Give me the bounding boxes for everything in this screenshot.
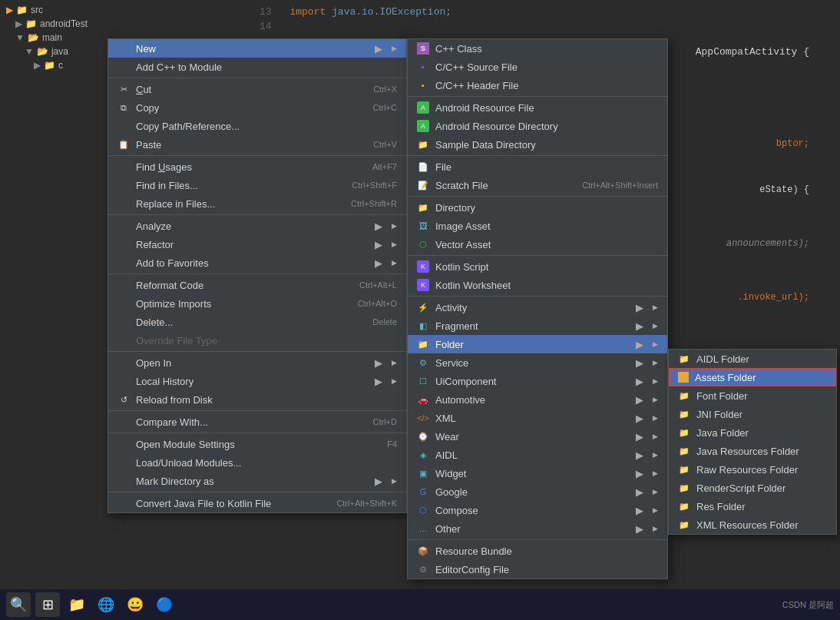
new-icon	[117, 42, 130, 55]
menu-item-analyze-label: Analyze	[136, 220, 369, 232]
menu-item-cpp-class[interactable]: S C++ Class	[408, 39, 667, 58]
menu-item-automotive[interactable]: 🚗 Automotive ▶	[408, 390, 667, 409]
menu-item-mark-dir[interactable]: Mark Directory as ▶	[108, 472, 406, 490]
menu-item-module-settings[interactable]: Open Module Settings F4	[108, 435, 406, 453]
windows-icon[interactable]: ⊞	[35, 592, 60, 617]
menu-item-cut-label: Cut	[136, 84, 367, 95]
m2-sep2	[408, 155, 667, 156]
menu-item-refactor-label: Refactor	[136, 239, 369, 250]
arrow-icon: ▼	[15, 32, 25, 43]
menu-item-java-resources-folder[interactable]: 📁 Java Resources Folder	[669, 442, 836, 460]
delete-shortcut: Delete	[372, 317, 397, 327]
menu-item-font-folder[interactable]: 📁 Font Folder	[669, 386, 836, 405]
menu-item-android-resource-dir[interactable]: A Android Resource Directory	[408, 117, 667, 135]
menu-item-find-usages[interactable]: Find Usages Alt+F7	[108, 157, 406, 176]
menu-item-add-cpp[interactable]: Add C++ to Module	[108, 58, 406, 76]
menu-item-ui-component[interactable]: ☐ UiComponent ▶	[408, 372, 667, 390]
automotive-arrow: ▶	[636, 394, 643, 406]
menu-item-optimize[interactable]: Optimize Imports Ctrl+Alt+O	[108, 294, 406, 313]
menu-item-service[interactable]: ⚙ Service ▶	[408, 353, 667, 372]
menu-item-android-resource-file[interactable]: A Android Resource File	[408, 98, 667, 117]
menu-item-cpp-source[interactable]: ▪ C/C++ Source File	[408, 58, 667, 76]
menu-item-directory[interactable]: 📁 Directory	[408, 198, 667, 217]
menu-item-aidl-label: AIDL	[435, 449, 630, 461]
menu-item-xml-resources-folder[interactable]: 📁 XML Resources Folder	[669, 516, 836, 534]
menu-item-renderscript-folder[interactable]: 📁 RenderScript Folder	[669, 479, 836, 497]
arrow-icon: ▶	[15, 18, 22, 29]
menu-item-fragment[interactable]: ◧ Fragment ▶	[408, 317, 667, 335]
menu-item-reload[interactable]: ↺ Reload from Disk	[108, 390, 406, 409]
menu-item-compare-with[interactable]: Compare With... Ctrl+D	[108, 413, 406, 431]
menu-item-automotive-label: Automotive	[435, 394, 630, 406]
history-icon	[117, 375, 130, 387]
open-in-icon	[117, 356, 130, 369]
menu-item-google[interactable]: G Google ▶	[408, 482, 667, 501]
menu-item-aidl-folder[interactable]: 📁 AIDL Folder	[669, 350, 836, 368]
menu-item-load-modules[interactable]: Load/Unload Modules...	[108, 453, 406, 472]
menu-item-jni-folder[interactable]: 📁 JNI Folder	[669, 405, 836, 423]
menu-item-delete[interactable]: Delete... Delete	[108, 313, 406, 331]
menu-item-assets-folder-label: Assets Folder	[695, 372, 827, 383]
menu-item-image-asset[interactable]: 🖼 Image Asset	[408, 217, 667, 235]
search-taskbar-icon[interactable]: 🔍	[6, 592, 31, 617]
convert-icon	[117, 497, 130, 509]
cpp-class-icon: S	[417, 42, 429, 55]
menu-item-editor-config[interactable]: ⚙ EditorConfig File	[408, 560, 667, 579]
menu-item-xml-resources-folder-label: XML Resources Folder	[696, 519, 827, 531]
compose-icon: ⬡	[417, 504, 429, 516]
menu-item-local-history[interactable]: Local History ▶	[108, 372, 406, 390]
widget-icon: ▣	[417, 467, 429, 479]
cut-icon: ✂	[117, 83, 130, 95]
menu-item-sample-data[interactable]: 📁 Sample Data Directory	[408, 135, 667, 154]
menu-item-scratch[interactable]: 📝 Scratch File Ctrl+Alt+Shift+Insert	[408, 176, 667, 194]
chrome-icon[interactable]: 🌐	[94, 592, 118, 617]
android-studio-icon[interactable]: 🔵	[152, 592, 177, 617]
image-asset-icon: 🖼	[417, 220, 429, 232]
menu-item-res-folder[interactable]: 📁 Res Folder	[669, 497, 836, 516]
sidebar-item-androidtest[interactable]: ▶ 📁 androidTest	[0, 17, 253, 31]
menu-item-aidl[interactable]: ◈ AIDL ▶	[408, 446, 667, 464]
emoji-icon[interactable]: 😀	[123, 592, 147, 617]
menu-item-convert-java[interactable]: Convert Java File to Kotlin File Ctrl+Al…	[108, 494, 406, 512]
menu-item-find-in-files[interactable]: Find in Files... Ctrl+Shift+F	[108, 176, 406, 194]
taskbar-right: CSDN 是阿超	[782, 599, 834, 611]
assets-folder-icon	[678, 372, 689, 383]
menu-item-compose[interactable]: ⬡ Compose ▶	[408, 501, 667, 519]
sidebar-item-src[interactable]: ▶ 📁 src	[0, 3, 253, 17]
menu-item-replace-in-files[interactable]: Replace in Files... Ctrl+Shift+R	[108, 194, 406, 213]
menu-item-refactor[interactable]: Refactor ▶	[108, 235, 406, 254]
menu-item-kotlin-worksheet[interactable]: K Kotlin Worksheet	[408, 276, 667, 294]
menu-item-xml[interactable]: </> XML ▶	[408, 409, 667, 427]
auto-icon: 🚗	[417, 393, 429, 406]
m2-sep6	[408, 539, 667, 540]
menu-item-reformat[interactable]: Reformat Code Ctrl+Alt+L	[108, 276, 406, 294]
menu-item-copy-path[interactable]: Copy Path/Reference...	[108, 117, 406, 135]
menu-item-kotlin-script[interactable]: K Kotlin Script	[408, 257, 667, 276]
menu-item-wear[interactable]: ⌚ Wear ▶	[408, 427, 667, 446]
menu-item-paste[interactable]: 📋 Paste Ctrl+V	[108, 135, 406, 154]
scratch-shortcut: Ctrl+Alt+Shift+Insert	[582, 181, 658, 190]
menu-item-add-favorites[interactable]: Add to Favorites ▶	[108, 254, 406, 272]
menu-item-analyze[interactable]: Analyze ▶	[108, 217, 406, 235]
menu-item-other[interactable]: … Other ▶	[408, 519, 667, 538]
menu-item-new[interactable]: New ▶	[108, 39, 406, 58]
refactor-icon	[117, 238, 130, 250]
menu-item-resource-bundle[interactable]: 📦 Resource Bundle	[408, 542, 667, 560]
menu-item-cut[interactable]: ✂ Cut Ctrl+X	[108, 80, 406, 98]
find-in-files-shortcut: Ctrl+Shift+F	[352, 181, 397, 190]
menu-item-file[interactable]: 📄 File	[408, 157, 667, 176]
menu-item-folder[interactable]: 📁 Folder ▶	[408, 335, 667, 353]
menu-item-widget[interactable]: ▣ Widget ▶	[408, 464, 667, 482]
menu-item-cpp-header[interactable]: ▪ C/C++ Header File	[408, 76, 667, 94]
files-icon[interactable]: 📁	[64, 592, 89, 617]
analyze-arrow: ▶	[375, 220, 382, 232]
menu-item-assets-folder[interactable]: Assets Folder	[669, 368, 836, 386]
menu-item-find-in-files-label: Find in Files...	[136, 180, 346, 191]
menu-item-directory-label: Directory	[435, 202, 658, 214]
menu-item-open-in[interactable]: Open In ▶	[108, 353, 406, 372]
menu-item-raw-resources-folder[interactable]: 📁 Raw Resources Folder	[669, 460, 836, 479]
menu-item-java-folder[interactable]: 📁 Java Folder	[669, 423, 836, 442]
menu-item-vector-asset[interactable]: ⬡ Vector Asset	[408, 235, 667, 254]
menu-item-copy[interactable]: ⧉ Copy Ctrl+C	[108, 98, 406, 117]
menu-item-activity[interactable]: ⚡ Activity ▶	[408, 298, 667, 317]
